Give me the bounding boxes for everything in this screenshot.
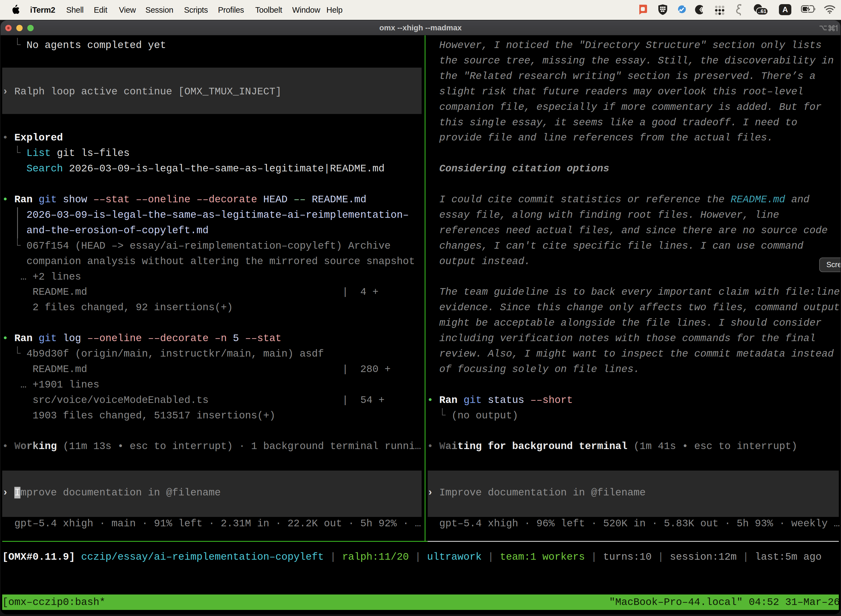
svg-text:..61: ..61	[758, 8, 766, 14]
